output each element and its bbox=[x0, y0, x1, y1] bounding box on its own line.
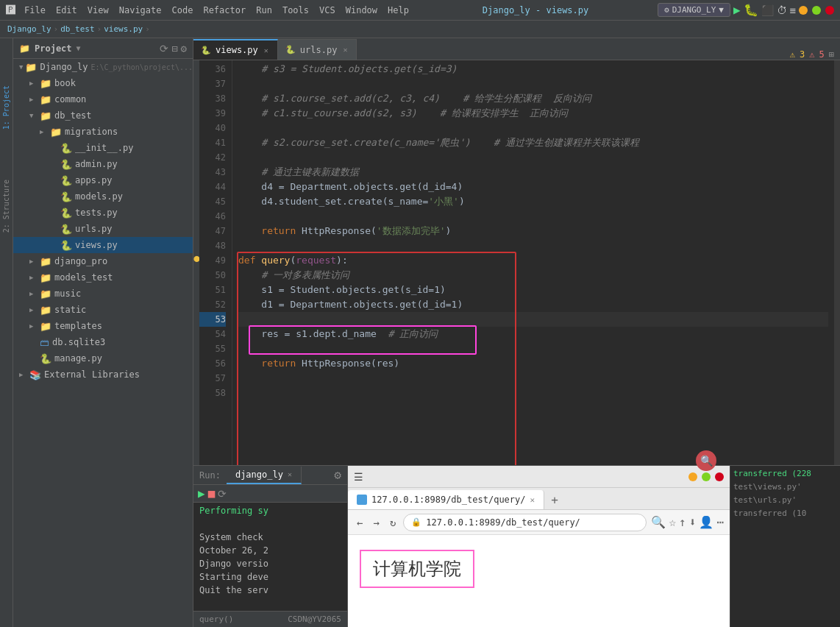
tree-item-apps[interactable]: 🐍 apps.py bbox=[13, 172, 193, 188]
collapse-icon[interactable]: ⊟ bbox=[171, 43, 177, 54]
tree-urls-label: urls.py bbox=[75, 224, 113, 234]
tree-item-static[interactable]: ▶ 📁 static bbox=[13, 302, 193, 318]
tree-item-extlibs[interactable]: ▶ 📚 External Libraries bbox=[13, 366, 193, 383]
browser-profile-icon[interactable]: 👤 bbox=[699, 515, 713, 529]
tab-views[interactable]: 🐍 views.py ✕ bbox=[193, 39, 278, 60]
browser-tab-close[interactable]: ✕ bbox=[530, 495, 535, 505]
browser-sidebar-icon[interactable]: ☰ bbox=[354, 471, 363, 483]
tree-init-label: __init__.py bbox=[75, 143, 133, 153]
tree-item-templates[interactable]: ▶ 📁 templates bbox=[13, 318, 193, 334]
file-manage-icon: 🐍 bbox=[40, 353, 51, 364]
tree-item-views[interactable]: 🐍 views.py bbox=[13, 237, 193, 253]
breadcrumb-folder[interactable]: db_test bbox=[60, 24, 94, 34]
tab-urls-close[interactable]: ✕ bbox=[341, 45, 349, 54]
browser-download-icon[interactable]: ⬇ bbox=[689, 515, 697, 529]
tree-item-db[interactable]: 🗃 db.sqlite3 bbox=[13, 334, 193, 350]
tree-db-label: db.sqlite3 bbox=[52, 337, 105, 347]
tab-views-label: views.py bbox=[216, 45, 258, 55]
menu-help[interactable]: Help bbox=[383, 4, 413, 17]
folder-icon: 📁 bbox=[25, 62, 37, 73]
browser-back-button[interactable]: ← bbox=[354, 515, 366, 530]
run-line-performing: Performing sy bbox=[199, 506, 341, 519]
code-line-43: # 通过主键表新建数据 bbox=[238, 165, 828, 180]
browser-min-button[interactable] bbox=[688, 472, 697, 481]
tree-item-migrations[interactable]: ▶ 📁 migrations bbox=[13, 124, 193, 140]
browser-url-bar[interactable]: 🔒 127.0.0.1:8989/db_test/query/ bbox=[403, 514, 647, 531]
tree-book-label: book bbox=[54, 78, 76, 88]
close-button[interactable] bbox=[825, 6, 834, 15]
tree-item-music[interactable]: ▶ 📁 music bbox=[13, 286, 193, 302]
menu-run[interactable]: Run bbox=[252, 4, 277, 17]
profile-button[interactable]: ⏱ bbox=[777, 4, 787, 16]
run-controls: ▶ ■ ⟳ bbox=[193, 485, 347, 503]
browser-active-tab[interactable]: 127.0.0.1:8989/db_test/query/ ✕ bbox=[348, 490, 544, 509]
browser-share-icon[interactable]: ↑ bbox=[679, 515, 686, 529]
tree-item-djangopro[interactable]: ▶ 📁 django_pro bbox=[13, 253, 193, 269]
settings-icon[interactable]: ≡ bbox=[790, 4, 796, 16]
browser-star-icon[interactable]: ☆ bbox=[669, 515, 676, 529]
debug-button[interactable]: 🐛 bbox=[744, 3, 758, 17]
browser-forward-button[interactable]: → bbox=[370, 515, 382, 530]
structure-tab[interactable]: 2: Structure bbox=[2, 177, 10, 235]
breadcrumb-project[interactable]: Django_ly bbox=[7, 24, 51, 34]
tree-item-init[interactable]: 🐍 __init__.py bbox=[13, 140, 193, 156]
run-settings[interactable]: ⚙ bbox=[334, 468, 347, 482]
code-line-36: # s3 = Student.objects.get(s_id=3) bbox=[238, 62, 828, 77]
coverage-button[interactable]: ⬛ bbox=[761, 4, 774, 16]
tree-item-book[interactable]: ▶ 📁 book bbox=[13, 75, 193, 91]
tree-item-tests[interactable]: 🐍 tests.py bbox=[13, 205, 193, 221]
run-django-close[interactable]: ✕ bbox=[288, 470, 292, 478]
code-line-46 bbox=[238, 209, 828, 224]
menu-edit[interactable]: Edit bbox=[51, 4, 82, 17]
code-line-48 bbox=[238, 238, 828, 253]
menu-refactor[interactable]: Refactor bbox=[199, 4, 250, 17]
menu-navigate[interactable]: Navigate bbox=[115, 4, 166, 17]
run-play-icon[interactable]: ▶ bbox=[198, 486, 205, 500]
breadcrumb-file[interactable]: views.py bbox=[104, 24, 143, 34]
django-run-config[interactable]: ⚙ DJANGO_LY ▼ bbox=[658, 3, 730, 17]
tree-item-models[interactable]: 🐍 models.py bbox=[13, 188, 193, 205]
run-stop-icon[interactable]: ■ bbox=[208, 486, 216, 500]
browser-more-icon[interactable]: ⋯ bbox=[716, 515, 724, 529]
browser-refresh-button[interactable]: ↻ bbox=[387, 515, 399, 530]
maximize-button[interactable] bbox=[812, 6, 821, 15]
run-rerun-icon[interactable]: ⟳ bbox=[218, 488, 227, 500]
menu-code[interactable]: Code bbox=[168, 4, 198, 17]
sync-icon[interactable]: ⟳ bbox=[160, 43, 168, 54]
tree-arrow-extlibs: ▶ bbox=[19, 371, 29, 378]
search-overlay-button[interactable]: 🔍 bbox=[696, 450, 716, 471]
run-tab-django[interactable]: django_ly ✕ bbox=[227, 467, 302, 484]
browser-max-button[interactable] bbox=[702, 472, 711, 481]
window-controls bbox=[799, 6, 834, 15]
browser-close-button[interactable] bbox=[715, 472, 724, 481]
browser-new-tab[interactable]: + bbox=[544, 490, 565, 509]
tree-item-admin[interactable]: 🐍 admin.py bbox=[13, 156, 193, 172]
tree-arrow-static: ▶ bbox=[29, 306, 40, 314]
minimize-button[interactable] bbox=[799, 6, 808, 15]
tree-item-urls[interactable]: 🐍 urls.py bbox=[13, 221, 193, 237]
menu-view[interactable]: View bbox=[83, 4, 113, 17]
menu-window[interactable]: Window bbox=[341, 4, 382, 17]
project-tab[interactable]: 1: Project bbox=[2, 82, 10, 132]
scrollbar[interactable] bbox=[834, 60, 840, 465]
tree-root-item[interactable]: ▼ 📁 Django_ly E:\C_python\project\... bbox=[13, 59, 193, 75]
gear-icon[interactable]: ⚙ bbox=[181, 43, 187, 54]
browser-tab-label: 127.0.0.1:8989/db_test/query/ bbox=[371, 495, 526, 505]
tree-item-manage[interactable]: 🐍 manage.py bbox=[13, 350, 193, 366]
tab-urls-icon: 🐍 bbox=[285, 45, 296, 54]
tree-item-modelstest[interactable]: ▶ 📁 models_test bbox=[13, 269, 193, 286]
code-content[interactable]: # s3 = Student.objects.get(s_id=3) # s1.… bbox=[232, 60, 834, 465]
expand-icon[interactable]: ⊞ bbox=[829, 49, 834, 60]
tree-item-common[interactable]: ▶ 📁 common bbox=[13, 91, 193, 107]
django-config-icon: ⚙ bbox=[664, 5, 669, 15]
run-button[interactable]: ▶ bbox=[733, 3, 741, 17]
menu-tools[interactable]: Tools bbox=[278, 4, 313, 17]
sidebar-dropdown-icon[interactable]: ▼ bbox=[76, 44, 81, 52]
right-info-transferred1: transferred (228 bbox=[733, 469, 837, 482]
tab-urls[interactable]: 🐍 urls.py ✕ bbox=[278, 39, 357, 60]
tree-item-dbtest[interactable]: ▼ 📁 db_test bbox=[13, 107, 193, 124]
tab-views-close[interactable]: ✕ bbox=[263, 46, 270, 55]
menu-file[interactable]: File bbox=[20, 4, 50, 17]
browser-zoom-icon[interactable]: 🔍 bbox=[651, 515, 666, 529]
menu-vcs[interactable]: VCS bbox=[315, 4, 340, 17]
